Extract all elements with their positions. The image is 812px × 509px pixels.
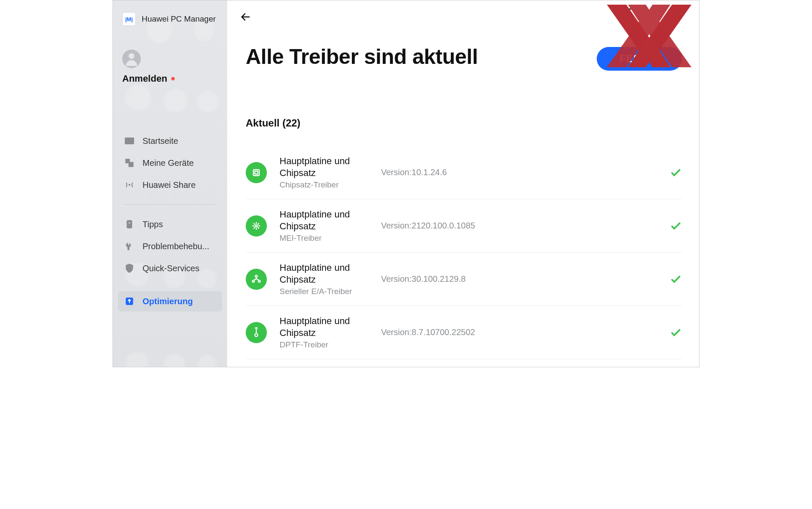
sidebar-divider [124, 204, 216, 205]
driver-version-label: Version:10.1.24.6 [381, 168, 669, 177]
driver-version-label: Version:30.100.2129.8 [381, 274, 669, 284]
driver-category-label: Hauptplatine und Chipsatz [280, 209, 377, 232]
topbar [227, 0, 699, 26]
app-window: |M| Huawei PC Manager Anmelden Startseit… [112, 0, 700, 367]
driver-category-label: Hauptplatine und Chipsatz [280, 315, 377, 338]
page-title: Alle Treiber sind aktuell [246, 44, 478, 69]
driver-category-icon [246, 215, 267, 237]
sidebar-item-label: Tipps [143, 220, 163, 229]
driver-name-label: DPTF-Treiber [280, 340, 377, 349]
svg-point-10 [255, 275, 258, 277]
sidebar-item-huawei-share[interactable]: Huawei Share [118, 175, 222, 195]
sidebar-item-meine-geraete[interactable]: Meine Geräte [118, 153, 222, 173]
svg-point-9 [255, 225, 258, 227]
notification-dot-icon [171, 77, 175, 80]
driver-name-label: Chipsatz-Treiber [280, 180, 377, 190]
driver-name-label: MEI-Treiber [280, 234, 377, 243]
app-logo-icon: |M| [122, 12, 136, 26]
checkmark-icon [669, 326, 682, 339]
sidebar-item-problembehebung[interactable]: Problembehebu... [118, 236, 222, 256]
tip-icon [124, 219, 135, 230]
sidebar-item-label: Huawei Share [143, 180, 196, 190]
svg-point-0 [129, 53, 134, 59]
signin-label: Anmelden [122, 73, 167, 84]
driver-category-label: Hauptplatine und Chipsatz [280, 155, 377, 179]
optimize-icon [124, 296, 135, 307]
shield-icon [124, 263, 135, 274]
svg-rect-2 [129, 162, 134, 167]
devices-icon [124, 157, 135, 168]
sidebar-item-label: Quick-Services [143, 264, 199, 273]
sidebar-item-label: Problembehebu... [143, 242, 209, 251]
driver-row[interactable]: Hauptplatine und ChipsatzChipsatz-Treibe… [246, 146, 682, 199]
avatar[interactable] [122, 50, 141, 68]
app-name-label: Huawei PC Manager [142, 14, 216, 24]
wireless-icon [124, 179, 135, 190]
section-heading: Aktuell (22) [246, 117, 682, 129]
driver-text: Hauptplatine und ChipsatzSerieller E/A-T… [280, 262, 377, 296]
back-button[interactable] [237, 8, 254, 25]
sidebar-item-optimierung[interactable]: Optimierung [118, 291, 222, 311]
sidebar-item-startseite[interactable]: Startseite [118, 131, 222, 151]
driver-version-label: Version:2120.100.0.1085 [381, 221, 669, 231]
driver-list: Hauptplatine und ChipsatzChipsatz-Treibe… [246, 146, 682, 359]
sidebar-item-label: Optimierung [143, 297, 193, 306]
driver-category-label: Hauptplatine und Chipsatz [280, 262, 377, 285]
driver-text: Hauptplatine und ChipsatzMEI-Treiber [280, 209, 377, 243]
driver-row[interactable]: Hauptplatine und ChipsatzDPTF-TreiberVer… [246, 306, 682, 359]
sidebar-item-tipps[interactable]: Tipps [118, 214, 222, 234]
nav-group-primary: Startseite Meine Geräte Huawei Share T [113, 131, 227, 311]
main-panel: Alle Treiber sind aktuell FERTIG Aktuell… [227, 0, 699, 367]
driver-category-icon [246, 322, 267, 343]
signin-link[interactable]: Anmelden [113, 73, 227, 84]
driver-name-label: Serieller E/A-Treiber [280, 287, 377, 296]
svg-rect-8 [255, 171, 258, 174]
checkmark-icon [669, 166, 682, 179]
wrench-icon [124, 241, 135, 252]
driver-row[interactable]: Hauptplatine und ChipsatzSerieller E/A-T… [246, 253, 682, 306]
svg-point-3 [129, 184, 130, 186]
driver-version-label: Version:8.7.10700.22502 [381, 327, 669, 337]
svg-rect-7 [253, 170, 259, 176]
sidebar: |M| Huawei PC Manager Anmelden Startseit… [113, 0, 227, 367]
checkmark-icon [669, 273, 682, 286]
sidebar-item-label: Meine Geräte [143, 158, 194, 168]
svg-point-5 [129, 222, 130, 223]
svg-rect-4 [127, 220, 132, 228]
checkmark-icon [669, 220, 682, 232]
driver-text: Hauptplatine und ChipsatzDPTF-Treiber [280, 315, 377, 349]
driver-category-icon [246, 269, 267, 290]
driver-text: Hauptplatine und ChipsatzChipsatz-Treibe… [280, 155, 377, 190]
content-area[interactable]: Alle Treiber sind aktuell FERTIG Aktuell… [227, 26, 699, 367]
svg-point-13 [255, 333, 258, 336]
driver-category-icon [246, 162, 267, 183]
sidebar-item-label: Startseite [143, 136, 178, 146]
sidebar-item-quick-services[interactable]: Quick-Services [118, 258, 222, 278]
monitor-icon [124, 135, 135, 146]
logo-row: |M| Huawei PC Manager [113, 12, 227, 26]
driver-row[interactable]: Hauptplatine und ChipsatzMEI-TreiberVers… [246, 199, 682, 253]
